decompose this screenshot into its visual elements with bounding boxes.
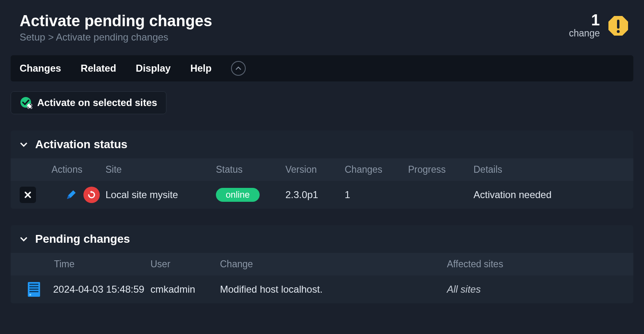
change-cell: Modified host localhost. xyxy=(220,284,447,295)
remove-button[interactable] xyxy=(20,187,36,203)
menu-changes[interactable]: Changes xyxy=(20,63,61,74)
restart-icon xyxy=(87,190,96,199)
changes-cell: 1 xyxy=(345,189,408,201)
pencil-icon xyxy=(65,189,77,201)
page-header: Activate pending changes Setup > Activat… xyxy=(11,12,633,43)
svg-rect-8 xyxy=(29,289,38,290)
affected-sites-cell: All sites xyxy=(447,284,624,295)
svg-rect-6 xyxy=(29,284,38,285)
close-icon xyxy=(24,191,31,199)
details-cell: Activation needed xyxy=(473,189,624,201)
svg-rect-10 xyxy=(29,294,31,296)
activate-button-label: Activate on selected sites xyxy=(37,97,157,108)
edit-button[interactable] xyxy=(63,187,79,203)
pending-changes-section: Pending changes Time User Change Affecte… xyxy=(11,225,633,303)
status-badge: online xyxy=(216,188,260,202)
activation-table-row: Local site mysite online 2.3.0p1 1 Activ… xyxy=(11,181,633,209)
pending-change-count: 1 change xyxy=(569,12,600,39)
version-cell: 2.3.0p1 xyxy=(285,189,345,201)
time-cell: 2024-04-03 15:48:59 xyxy=(53,284,144,295)
chevron-down-icon xyxy=(20,235,28,243)
warning-icon[interactable] xyxy=(607,15,629,37)
breadcrumb[interactable]: Setup > Activate pending changes xyxy=(20,32,212,43)
user-cell: cmkadmin xyxy=(150,284,220,295)
pending-table-row: 2024-04-03 15:48:59 cmkadmin Modified ho… xyxy=(11,275,633,303)
pending-table-header: Time User Change Affected sites xyxy=(11,253,633,275)
chevron-down-icon xyxy=(20,140,28,149)
site-cell: Local site mysite xyxy=(105,189,216,201)
host-icon xyxy=(27,281,41,298)
restart-button[interactable] xyxy=(83,187,100,203)
menu-display[interactable]: Display xyxy=(136,63,171,74)
menu-help[interactable]: Help xyxy=(190,63,211,74)
svg-rect-1 xyxy=(617,20,619,29)
svg-point-2 xyxy=(617,30,620,33)
status-cell: online xyxy=(216,188,285,202)
svg-rect-7 xyxy=(29,286,38,287)
activation-status-section: Activation status Actions Site Status Ve… xyxy=(11,131,633,209)
menu-related[interactable]: Related xyxy=(81,63,116,74)
pending-changes-header[interactable]: Pending changes xyxy=(11,225,633,253)
menubar: Changes Related Display Help xyxy=(11,55,633,81)
activation-status-header[interactable]: Activation status xyxy=(11,131,633,158)
chevron-up-icon[interactable] xyxy=(231,61,246,76)
page-title: Activate pending changes xyxy=(20,12,212,30)
activate-icon xyxy=(20,97,32,109)
activation-table-header: Actions Site Status Version Changes Prog… xyxy=(11,158,633,181)
activate-on-selected-sites-button[interactable]: Activate on selected sites xyxy=(11,91,166,114)
svg-rect-9 xyxy=(29,291,38,292)
